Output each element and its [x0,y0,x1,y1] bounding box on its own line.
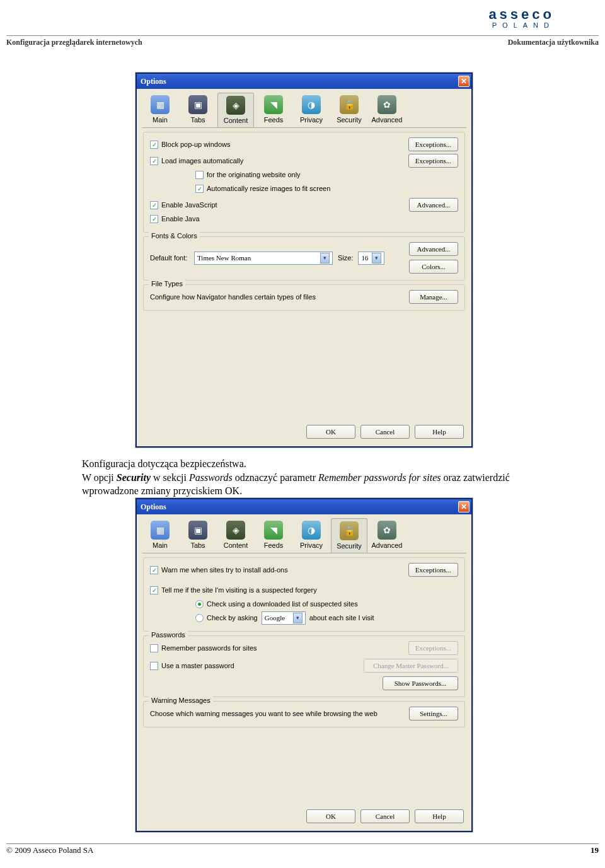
check-ask-radio[interactable]: Check by asking [195,614,258,622]
help-button[interactable]: Help [415,425,464,439]
file-types-group: File Types Configure how Navigator handl… [143,284,465,311]
tab-main[interactable]: ▦Main [142,518,178,553]
tab-security[interactable]: 🔒Security [331,518,367,553]
tab-advanced-label: Advanced [372,541,403,549]
tell-forgery-checkbox[interactable]: Tell me if the site I'm visiting is a su… [150,586,317,594]
brand-logo: asseco POLAND [488,6,555,29]
check-ask-label: Check by asking [207,614,258,622]
ok-button[interactable]: OK [306,425,355,439]
page-number: 19 [591,845,599,855]
block-popups-checkbox[interactable]: Block pop-up windows [150,141,230,149]
body-frag-passwords: Passwords [189,472,233,483]
close-icon[interactable]: ✕ [458,76,470,87]
tab-privacy-label: Privacy [300,541,323,549]
close-icon[interactable]: ✕ [458,501,470,512]
check-downloaded-radio[interactable]: Check using a downloaded list of suspect… [195,600,358,608]
lock-icon: 🔒 [340,95,359,114]
tab-security[interactable]: 🔒Security [331,93,367,127]
exceptions-button[interactable]: Exceptions... [408,154,458,168]
file-types-legend: File Types [149,280,185,287]
tabs-icon: ▣ [188,521,207,540]
enable-java-checkbox[interactable]: Enable Java [150,215,200,223]
content-icon: ◈ [226,521,245,540]
warn-addons-checkbox[interactable]: Warn me when sites try to install add-on… [150,566,288,574]
tab-feeds[interactable]: ◥Feeds [255,93,292,127]
tab-advanced[interactable]: ✿Advanced [369,518,405,553]
tabs-icon: ▣ [188,95,207,114]
tab-security-label: Security [337,542,362,550]
tab-main-label: Main [153,541,168,549]
change-master-button: Change Master Password... [364,659,458,673]
checkbox-icon [150,662,158,670]
enable-java-label: Enable Java [161,215,200,223]
warn-addons-label: Warn me when sites try to install add-on… [161,566,288,574]
tab-content-label: Content [224,117,248,124]
tab-content[interactable]: ◈Content [217,518,254,553]
chevron-down-icon: ▾ [372,253,381,263]
warning-messages-text: Choose which warning messages you want t… [150,710,377,717]
lock-icon: 🔒 [340,521,359,540]
fonts-advanced-button[interactable]: Advanced... [409,242,458,256]
tab-security-label: Security [337,116,362,124]
settings-button[interactable]: Settings... [409,707,458,720]
ask-provider-select[interactable]: Google▾ [262,611,306,625]
manage-button[interactable]: Manage... [409,290,458,304]
tab-content-label: Content [224,541,248,549]
tab-tabs[interactable]: ▣Tabs [180,93,216,127]
colors-button[interactable]: Colors... [409,260,458,274]
options-dialog-security: Options ✕ ▦Main ▣Tabs ◈Content ◥Feeds ◑P… [135,498,473,832]
body-frag: w sekcji [151,472,189,483]
size-select[interactable]: 16▾ [358,252,384,265]
auto-resize-checkbox[interactable]: Automatically resize images to fit scree… [195,185,330,193]
dialog-buttons: OK Cancel Help [306,809,464,823]
remember-passwords-checkbox[interactable]: Remember passwords for sites [150,644,257,652]
tab-advanced[interactable]: ✿Advanced [369,93,405,127]
main-icon: ▦ [151,95,170,114]
content-icon: ◈ [226,96,245,115]
tab-content[interactable]: ◈Content [217,93,254,127]
tab-main[interactable]: ▦Main [142,93,178,127]
titlebar[interactable]: Options ✕ [137,74,471,89]
toolbar-separator [142,127,466,128]
ok-button[interactable]: OK [306,809,355,823]
content-main-group: Block pop-up windows Exceptions... Load … [143,132,465,233]
tab-feeds[interactable]: ◥Feeds [255,518,292,553]
feeds-icon: ◥ [264,521,283,540]
privacy-icon: ◑ [302,95,321,114]
feeds-icon: ◥ [264,95,283,114]
tab-privacy[interactable]: ◑Privacy [293,93,330,127]
exceptions-button[interactable]: Exceptions... [408,137,458,151]
body-line1: Konfiguracja dotycząca bezpieczeństwa. [82,458,246,469]
footer-left-text: © 2009 Asseco Poland SA [6,845,93,855]
advanced-button[interactable]: Advanced... [409,198,458,212]
font-select[interactable]: Times New Roman▾ [194,252,333,265]
cancel-button[interactable]: Cancel [360,809,410,823]
dialog-buttons: OK Cancel Help [306,425,464,439]
tab-main-label: Main [153,116,168,124]
tab-tabs[interactable]: ▣Tabs [180,518,216,553]
header-rule [6,35,599,36]
master-password-checkbox[interactable]: Use a master password [150,662,234,670]
font-select-value: Times New Roman [197,254,251,262]
show-passwords-button[interactable]: Show Passwords... [383,676,458,690]
originating-only-checkbox[interactable]: for the originating website only [195,171,301,179]
chevron-down-icon: ▾ [320,253,330,263]
tab-tabs-label: Tabs [190,541,205,549]
check-ask-tail: about each site I visit [309,614,374,622]
checkbox-icon [195,171,204,179]
help-button[interactable]: Help [415,809,464,823]
titlebar[interactable]: Options ✕ [137,499,471,514]
exceptions-button[interactable]: Exceptions... [408,563,458,577]
load-images-checkbox[interactable]: Load images automatically [150,157,243,165]
cancel-button[interactable]: Cancel [360,425,410,439]
logo-subtext: POLAND [488,21,555,29]
enable-js-checkbox[interactable]: Enable JavaScript [150,201,217,209]
tab-privacy[interactable]: ◑Privacy [293,518,330,553]
options-dialog-content: Options ✕ ▦Main ▣Tabs ◈Content ◥Feeds ◑P… [135,72,473,448]
tab-feeds-label: Feeds [264,541,284,549]
ask-provider-value: Google [265,614,285,622]
gear-icon: ✿ [377,521,396,540]
passwords-group: Passwords Remember passwords for sites E… [143,635,465,697]
originating-only-label: for the originating website only [207,171,301,178]
master-password-label: Use a master password [161,662,234,669]
